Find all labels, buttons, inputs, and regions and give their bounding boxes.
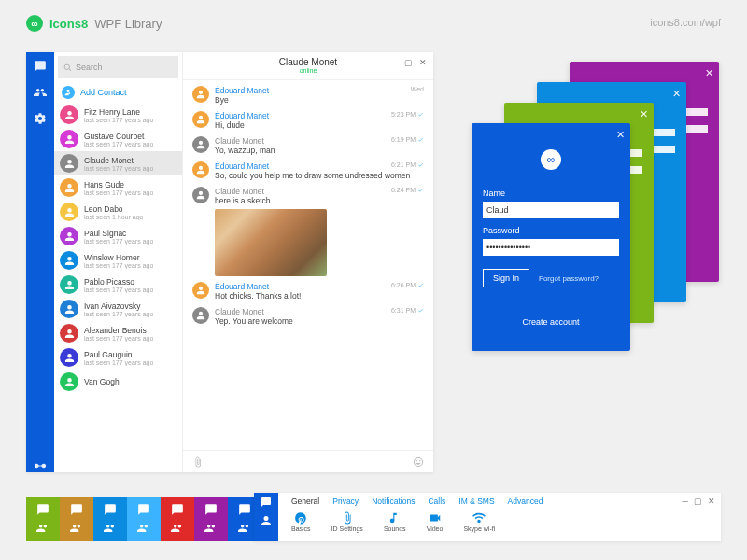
tab-calls[interactable]: Calls: [428, 497, 445, 506]
color-swatch[interactable]: [26, 497, 60, 541]
settings-item-sounds[interactable]: Sounds: [384, 511, 406, 532]
brand-subtitle: WPF Library: [94, 17, 162, 31]
infinity-icon[interactable]: [34, 459, 47, 472]
add-contact-button[interactable]: Add Contact: [54, 82, 182, 103]
tab-privacy[interactable]: Privacy: [332, 497, 359, 506]
color-swatch[interactable]: [93, 497, 127, 541]
settings-item-id-settings[interactable]: ID Settings: [331, 511, 363, 532]
contact-name: Ivan Aivazovsky: [84, 301, 153, 311]
chat-status: online: [300, 67, 317, 75]
message-avatar-icon: [192, 161, 209, 178]
chat-icon[interactable]: [34, 60, 47, 73]
login-logo-icon: ∞: [541, 149, 561, 170]
settings-item-basics[interactable]: Basics: [291, 511, 311, 532]
contact-subtext: last seen 1 hour ago: [84, 214, 143, 220]
login-card-blue: ✕ ∞ Name Password Sign In Forgot passwor…: [472, 123, 630, 351]
settings-tabs: GeneralPrivacyNotificationsCallsIM & SMS…: [278, 493, 721, 510]
contact-item[interactable]: Paul Signac last seen 177 years ago: [54, 224, 182, 248]
contact-item[interactable]: Ivan Aivazovsky last seen 177 years ago: [54, 297, 182, 321]
settings-item-video[interactable]: Video: [427, 511, 444, 532]
contact-item[interactable]: Fitz Henry Lane last seen 177 years ago: [54, 103, 182, 127]
attach-icon[interactable]: [192, 456, 204, 468]
settings-item-label: Skype wi-fi: [463, 525, 495, 532]
avatar-icon: [60, 227, 78, 245]
contact-item[interactable]: Gustave Courbet last seen 177 years ago: [54, 127, 182, 151]
contact-item[interactable]: Paul Gauguin last seen 177 years ago: [54, 345, 182, 370]
contact-subtext: last seen 177 years ago: [84, 335, 153, 342]
chat-icon: [171, 503, 184, 516]
emoji-icon[interactable]: [413, 456, 424, 468]
settings-item-icon: [472, 511, 486, 525]
contact-item[interactable]: Winslow Homer last seen 177 years ago: [54, 248, 182, 273]
contact-item[interactable]: Van Gogh: [54, 370, 182, 394]
close-icon[interactable]: ✕: [640, 108, 648, 120]
minimize-button[interactable]: ─: [683, 497, 688, 506]
chat-sidebar-rail: [26, 52, 54, 472]
settings-item-label: Sounds: [384, 525, 406, 532]
name-label: Name: [483, 189, 619, 198]
maximize-button[interactable]: ▢: [403, 58, 413, 67]
message-image[interactable]: [215, 209, 327, 276]
message-avatar-icon: [192, 86, 209, 103]
name-input[interactable]: [483, 202, 619, 218]
minimize-button[interactable]: ─: [388, 58, 398, 67]
message-time: 6:21 PM: [391, 161, 424, 168]
contact-name: Claude Monet: [84, 156, 153, 165]
settings-rail: [254, 493, 278, 541]
tab-notifications[interactable]: Notifications: [372, 497, 415, 506]
close-button[interactable]: ✕: [418, 58, 428, 67]
message-time: Wed: [411, 86, 424, 92]
contact-item[interactable]: Hans Gude last seen 177 years ago: [54, 175, 182, 200]
color-swatch[interactable]: [161, 497, 194, 541]
add-contact-icon: [62, 86, 75, 99]
signin-button[interactable]: Sign In: [483, 269, 529, 287]
contacts-icon: [137, 522, 150, 535]
close-icon[interactable]: ✕: [705, 67, 713, 79]
avatar-icon: [60, 324, 78, 343]
avatar-icon: [60, 154, 78, 173]
close-icon[interactable]: ✕: [616, 129, 625, 141]
chat-icon: [238, 503, 251, 516]
avatar-icon: [60, 130, 78, 148]
chat-icon[interactable]: [261, 497, 272, 508]
avatar-icon: [60, 105, 78, 124]
settings-item-label: Video: [427, 525, 444, 532]
contact-item[interactable]: Claude Monet last seen 177 years ago: [54, 151, 182, 175]
contact-item[interactable]: Leon Dabo last seen 1 hour ago: [54, 200, 182, 224]
close-icon[interactable]: ✕: [672, 88, 681, 100]
contacts-icon: [204, 522, 218, 535]
contacts-icon: [171, 522, 184, 535]
close-button[interactable]: ✕: [708, 497, 715, 506]
message-list[interactable]: Édouard Manet Bye Wed Édouard Manet Hi, …: [183, 80, 433, 450]
contact-item[interactable]: Pablo Picasso last seen 177 years ago: [54, 273, 182, 297]
color-swatch[interactable]: [60, 497, 93, 541]
message-time: 6:26 PM: [391, 282, 424, 288]
tab-general[interactable]: General: [291, 497, 319, 506]
password-input[interactable]: [483, 239, 619, 256]
settings-gear-icon[interactable]: [34, 112, 47, 125]
color-swatch[interactable]: [127, 497, 161, 541]
contact-item[interactable]: Alexander Benois last seen 177 years ago: [54, 321, 182, 345]
create-account-link[interactable]: Create account: [483, 317, 619, 327]
message-row: Claude Monet Yo, wazzup, man 6:19 PM: [192, 136, 424, 156]
contacts-icon[interactable]: [34, 86, 47, 99]
contact-subtext: last seen 177 years ago: [84, 117, 153, 123]
color-swatch[interactable]: [194, 497, 228, 541]
tab-advanced[interactable]: Advanced: [508, 497, 543, 506]
message-text: Hot chicks. Thanks a lot!: [215, 291, 424, 301]
check-icon: [417, 161, 424, 168]
forgot-password-link[interactable]: Forgot password?: [539, 274, 599, 283]
contacts-icon[interactable]: [261, 515, 272, 526]
maximize-button[interactable]: ▢: [694, 497, 702, 506]
contact-list: Fitz Henry Lane last seen 177 years ago …: [54, 103, 182, 472]
message-avatar-icon: [192, 111, 209, 128]
message-row: Édouard Manet So, could you help me to d…: [192, 161, 424, 181]
compose-bar[interactable]: [183, 450, 433, 472]
settings-item-skype-wi-fi[interactable]: Skype wi-fi: [463, 511, 495, 532]
contact-subtext: last seen 177 years ago: [84, 238, 153, 245]
tab-im-sms[interactable]: IM & SMS: [458, 497, 494, 506]
chat-icon: [70, 503, 83, 516]
search-input[interactable]: Search: [58, 56, 178, 78]
add-contact-label: Add Contact: [80, 88, 127, 97]
avatar-icon: [60, 178, 78, 197]
